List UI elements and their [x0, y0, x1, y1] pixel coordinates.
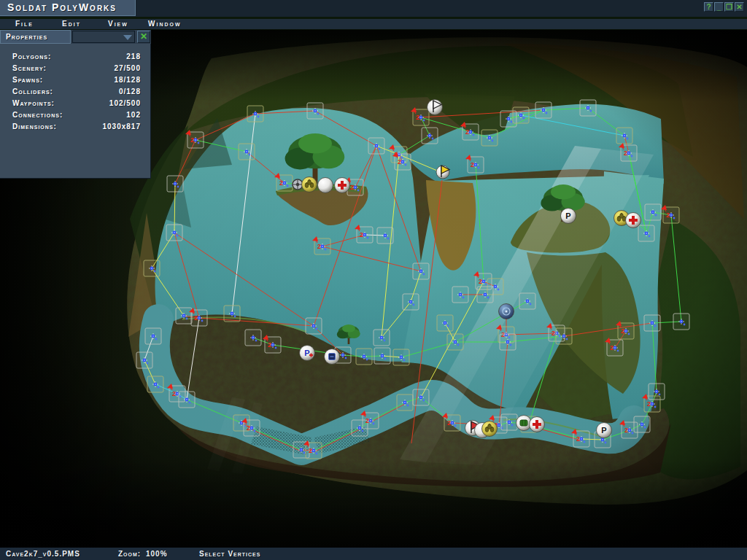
waypoint[interactable]: 2 [360, 411, 379, 429]
waypoint[interactable]: 2 [619, 420, 638, 438]
waypoint[interactable] [501, 414, 517, 430]
spawn-icon-medkit[interactable] [626, 213, 641, 228]
panel-close-button[interactable]: ✕ [137, 31, 150, 43]
spawn-icon-p-blue[interactable]: P [300, 346, 315, 361]
waypoint[interactable] [481, 130, 498, 146]
waypoint[interactable]: 2 [355, 225, 373, 243]
waypoint[interactable]: 2 [241, 418, 260, 436]
waypoint[interactable]: 2 [571, 429, 589, 447]
waypoint[interactable]: 2 [392, 152, 411, 170]
waypoint[interactable] [374, 330, 390, 346]
waypoint[interactable] [179, 392, 195, 408]
spawn-icon-medkit[interactable] [530, 417, 545, 432]
menu-file[interactable]: File [15, 19, 34, 29]
close-button[interactable]: ✕ [735, 2, 744, 12]
waypoint[interactable]: 2 [642, 394, 660, 412]
spawn-icon-p[interactable]: P [561, 209, 576, 224]
status-zoom-label: Zoom: [118, 548, 141, 560]
waypoint[interactable] [638, 225, 654, 241]
minimize-button[interactable]: _ [714, 2, 724, 12]
spawn-icon-plain[interactable] [318, 178, 333, 193]
waypoint[interactable] [535, 102, 551, 118]
chevron-down-icon [123, 35, 132, 40]
waypoint[interactable] [167, 176, 183, 192]
waypoint[interactable] [145, 328, 161, 344]
svg-text:2: 2 [365, 417, 369, 424]
waypoint[interactable] [144, 260, 160, 276]
waypoint[interactable] [556, 328, 572, 344]
spawn-icon-flag-dark[interactable] [427, 100, 443, 115]
help-button[interactable]: ? [704, 2, 713, 12]
waypoint[interactable] [673, 314, 689, 330]
waypoint[interactable] [452, 287, 468, 303]
waypoint[interactable] [147, 376, 163, 392]
waypoint[interactable] [245, 330, 261, 346]
waypoint[interactable]: 2 [465, 155, 484, 173]
waypoint[interactable] [437, 315, 453, 331]
waypoint[interactable]: 2 [619, 143, 637, 161]
waypoint[interactable] [519, 293, 535, 309]
menu-window[interactable]: Window [148, 19, 182, 29]
waypoint[interactable]: 2 [312, 236, 330, 254]
waypoint[interactable] [422, 128, 438, 144]
waypoint[interactable] [477, 287, 493, 303]
waypoint[interactable] [306, 318, 322, 334]
waypoint[interactable]: 2 [661, 205, 679, 223]
waypoint[interactable]: 2 [460, 122, 479, 140]
waypoint[interactable]: 2 [263, 335, 281, 353]
map-editor-canvas[interactable]: 2222222222222222222222222222PPP Properti… [0, 30, 747, 548]
waypoint[interactable] [224, 306, 240, 322]
waypoint[interactable] [616, 128, 632, 144]
waypoint[interactable] [356, 349, 372, 365]
restore-button[interactable]: ❐ [724, 2, 734, 12]
waypoint[interactable]: 2 [303, 440, 322, 459]
spawn-icon-grenades[interactable] [482, 421, 498, 437]
waypoint[interactable] [413, 263, 429, 279]
waypoint[interactable] [393, 349, 409, 365]
waypoint[interactable] [644, 315, 660, 331]
spawn-icon-medkit[interactable] [335, 178, 350, 193]
waypoint[interactable]: 2 [185, 130, 204, 148]
spawn-icon-kit-blue[interactable] [325, 349, 340, 365]
waypoint[interactable]: 2 [411, 107, 429, 125]
property-row: Dimensions:1030x817 [0, 121, 151, 133]
waypoint[interactable] [176, 308, 192, 324]
waypoint[interactable]: 2 [442, 413, 460, 431]
waypoint[interactable] [239, 144, 255, 160]
svg-text:2: 2 [279, 179, 283, 187]
property-label: Scenery: [12, 63, 47, 74]
menu-view[interactable]: View [108, 19, 128, 29]
waypoint[interactable] [500, 334, 516, 350]
waypoint[interactable]: 2 [605, 338, 623, 356]
waypoint[interactable] [307, 103, 323, 119]
waypoint[interactable] [513, 107, 529, 123]
menu-edit[interactable]: Edit [62, 19, 81, 29]
property-label: Connections: [12, 109, 63, 121]
waypoint[interactable]: 2 [274, 173, 293, 191]
waypoint[interactable] [413, 389, 429, 405]
waypoint[interactable] [403, 294, 419, 310]
waypoint[interactable] [247, 106, 263, 122]
waypoint[interactable] [377, 228, 393, 244]
waypoint[interactable] [136, 352, 152, 368]
spawn-icon-grenades[interactable] [302, 177, 317, 192]
property-row: Connections:102 [0, 109, 151, 121]
waypoint[interactable] [397, 394, 413, 411]
waypoint[interactable] [166, 225, 182, 241]
waypoint[interactable] [368, 138, 384, 154]
waypoint[interactable] [645, 204, 661, 220]
waypoint[interactable]: 2 [189, 308, 207, 326]
menu-bar: FileEditViewWindow [0, 19, 747, 29]
spawn-icon-wheel[interactable] [293, 179, 303, 190]
spawn-icon-p[interactable]: P [597, 423, 612, 438]
waypoint[interactable]: 2 [616, 321, 634, 339]
waypoint[interactable] [447, 334, 463, 350]
spawn-icon-blue[interactable] [499, 304, 514, 319]
property-label: Dimensions: [12, 121, 57, 133]
property-row: Waypoints:102/500 [0, 98, 151, 109]
waypoint[interactable] [374, 348, 390, 364]
waypoint[interactable] [580, 100, 596, 116]
panel-selector-dropdown[interactable] [72, 31, 135, 43]
svg-text:2: 2 [621, 327, 624, 335]
spawn-icon-flag-yellow[interactable] [436, 166, 449, 179]
